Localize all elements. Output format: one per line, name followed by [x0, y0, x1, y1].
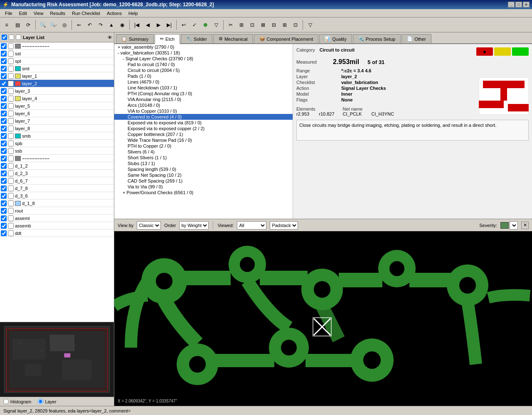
layer-row[interactable]: ꟷꟷꟷꟷꟷꟷꟷꟷꟷꟷꟷ	[0, 155, 114, 162]
layer-row[interactable]: layer_8	[0, 125, 114, 132]
layer-checkbox[interactable]	[1, 163, 7, 169]
histogram-radio[interactable]	[3, 399, 9, 404]
pcb-view[interactable]: X = 2.0609342", Y = 1.0335747"	[114, 231, 532, 406]
layer-visibility-checkbox[interactable]	[8, 66, 14, 72]
layer-checkbox[interactable]	[1, 230, 7, 236]
toolbar-circle[interactable]: ◉	[117, 20, 127, 30]
layer-checkbox[interactable]	[1, 111, 7, 116]
menu-help[interactable]: Help	[125, 10, 141, 17]
layer-checkbox[interactable]	[1, 148, 7, 154]
layer-row[interactable]: assemt	[0, 215, 114, 222]
layer-visibility-checkbox[interactable]	[8, 51, 14, 57]
tree-item[interactable]: Arcs (10148 / 0)	[114, 102, 293, 108]
layer-row[interactable]: d_6_7	[0, 177, 114, 185]
layer-visibility-checkbox[interactable]	[8, 163, 14, 169]
layer-visibility-checkbox[interactable]	[8, 185, 14, 191]
tree-item[interactable]: VIA Annular ring (2115 / 0)	[114, 96, 293, 102]
tree-item[interactable]: - Signal Layer Checks (23790 / 18)	[114, 56, 293, 62]
layer-checkbox[interactable]	[1, 51, 7, 57]
tree-item[interactable]: Stubs (13 / 1)	[114, 161, 293, 166]
tree-item[interactable]: Lines (4679 / 0)	[114, 79, 293, 85]
tree-item[interactable]: Exposed via to exposed via (819 / 0)	[114, 120, 293, 126]
tree-item[interactable]: Covered to Covered (4 / 0)	[114, 114, 293, 120]
layer-row[interactable]: smt	[0, 65, 114, 72]
tree-item[interactable]: + Power/Ground Checks (6561 / 0)	[114, 190, 293, 195]
layer-checkbox[interactable]	[1, 118, 7, 124]
menu-file[interactable]: File	[2, 10, 16, 17]
tab-etch[interactable]: ✏ Etch	[155, 34, 180, 44]
layer-checkbox[interactable]	[1, 58, 7, 64]
layer-row[interactable]: d_1_2	[0, 162, 114, 170]
toolbar-btn-2[interactable]: ▤	[12, 20, 22, 30]
menu-results[interactable]: Results	[47, 10, 69, 17]
nav-prev[interactable]: ◀	[143, 20, 153, 30]
tab-solder[interactable]: 🔧 Solder	[181, 34, 212, 43]
layer-checkbox[interactable]	[1, 126, 7, 131]
layer-visibility-checkbox[interactable]	[8, 223, 14, 229]
layer-checkbox[interactable]	[1, 81, 7, 86]
tab-mechanical[interactable]: ⚙ Mechanical	[213, 34, 253, 43]
layer-checkbox[interactable]	[1, 193, 7, 199]
tree-item[interactable]: - valor_fabrication (30351 / 18)	[114, 50, 293, 56]
tree-item[interactable]: PTH to Copper (2 / 0)	[114, 143, 293, 149]
layer-row[interactable]: ssb	[0, 147, 114, 155]
tree-item[interactable]: Short Slivers (1 / 1)	[114, 155, 293, 161]
layer-visibility-checkbox[interactable]	[8, 96, 14, 101]
zoom-out-button[interactable]: 🔍-	[49, 20, 59, 30]
tree-item[interactable]: Wide Trace Narrow Pad (16 / 0)	[114, 137, 293, 143]
layer-visibility-checkbox[interactable]	[8, 141, 14, 146]
close-view-button[interactable]: ✕	[521, 222, 529, 229]
tree-item[interactable]: Pads (1 / 0)	[114, 73, 293, 79]
layer-row[interactable]: layer_4	[0, 95, 114, 102]
layer-row[interactable]: spt	[0, 57, 114, 65]
layer-checkbox[interactable]	[1, 208, 7, 214]
zoom-in-button[interactable]: 🔍	[38, 20, 48, 30]
padstack-select[interactable]: Padstack	[270, 221, 298, 230]
layer-row[interactable]: assemb	[0, 222, 114, 230]
layer-visibility-checkbox[interactable]	[8, 156, 14, 161]
toolbar-back[interactable]: ⇐	[74, 20, 84, 30]
toolbar-grid[interactable]: ⊞	[280, 20, 290, 30]
toolbar-minus[interactable]: ⊟	[269, 20, 279, 30]
tree-item[interactable]: Slivers (6 / 4)	[114, 149, 293, 155]
nav-first[interactable]: |◀	[132, 20, 142, 30]
layer-visibility-checkbox[interactable]	[8, 208, 14, 214]
toolbar-select[interactable]: ✂	[226, 20, 236, 30]
layer-row[interactable]: rout	[0, 207, 114, 215]
layer-visibility-checkbox[interactable]	[8, 73, 14, 79]
close-button[interactable]: ×	[523, 2, 530, 7]
layer-header-checkbox[interactable]	[2, 35, 7, 40]
nav-next[interactable]: ▶	[153, 20, 163, 30]
layer-row[interactable]: sst	[0, 50, 114, 57]
layer-row[interactable]: d_2_3	[0, 170, 114, 177]
layer-header-checkbox3[interactable]	[16, 35, 21, 40]
layer-visibility-checkbox[interactable]	[8, 88, 14, 94]
order-select[interactable]: by Weight by Name by Count	[179, 221, 209, 230]
layer-checkbox[interactable]	[1, 103, 7, 109]
layer-checkbox[interactable]	[1, 170, 7, 176]
toolbar-filter-down[interactable]: ▽	[211, 20, 221, 30]
layer-checkbox[interactable]	[1, 96, 7, 101]
tree-item[interactable]: Copper bottleneck (207 / 1)	[114, 131, 293, 137]
menu-view[interactable]: View	[30, 10, 47, 17]
layer-visibility-checkbox[interactable]	[8, 148, 14, 154]
toolbar-btn-3[interactable]: ⟳	[23, 20, 33, 30]
tree-item[interactable]: Exposed via to exposed copper (2 / 2)	[114, 126, 293, 131]
layer-row[interactable]: layer_3	[0, 87, 114, 95]
layer-visibility-checkbox[interactable]	[8, 111, 14, 116]
layer-checkbox[interactable]	[1, 43, 7, 49]
layer-visibility-checkbox[interactable]	[8, 200, 14, 206]
tree-item[interactable]: Same Net Spacing (10 / 2)	[114, 172, 293, 178]
view-by-select[interactable]: Classic Flat	[137, 221, 161, 230]
menu-actions[interactable]: Actions	[103, 10, 125, 17]
layer-option[interactable]: Layer	[38, 399, 57, 404]
layer-checkbox[interactable]	[1, 185, 7, 191]
toolbar-up[interactable]: ▲	[106, 20, 116, 30]
zoom-fit-button[interactable]: ◎	[59, 20, 69, 30]
maximize-button[interactable]: □	[515, 2, 522, 7]
layer-header-checkbox2[interactable]	[9, 35, 14, 40]
tree-item[interactable]: PTH (Comp) Annular ring (3 / 0)	[114, 91, 293, 96]
tab-other[interactable]: 📄 Other	[401, 34, 431, 43]
tree-item[interactable]: Spacing length (539 / 0)	[114, 166, 293, 172]
layer-checkbox[interactable]	[1, 178, 7, 184]
